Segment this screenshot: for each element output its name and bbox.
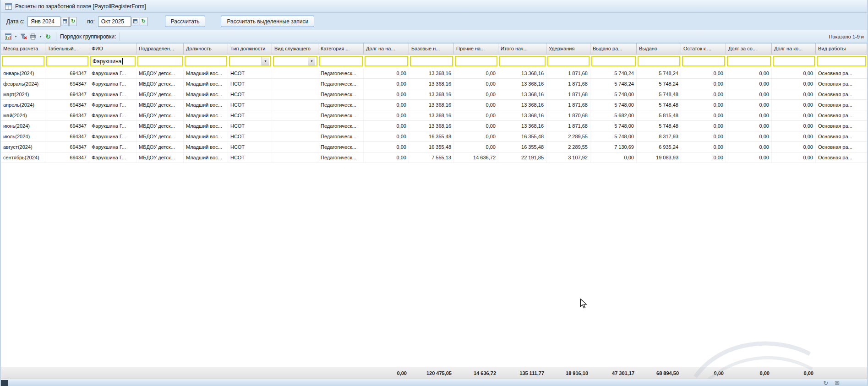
cell[interactable]: 5 748,48 [637,100,681,110]
cell[interactable]: 694347 [45,110,89,120]
cell[interactable]: 1 870,68 [546,110,590,120]
cell[interactable]: Основная ра... [816,79,867,89]
table-row[interactable]: апрель(2024)694347Фарукшина Г...МБДОУ де… [1,100,867,110]
cell[interactable]: 1 871,68 [546,68,590,78]
cell[interactable]: Основная ра... [816,142,867,152]
cell[interactable]: 0,00 [681,121,726,131]
cell[interactable]: 13 368,16 [409,68,454,78]
date-to-refresh-button[interactable]: ↻ [140,17,147,26]
cell[interactable]: 16 355,48 [498,131,546,141]
column-header-6[interactable]: Вид служащего [272,43,318,54]
cell[interactable]: 0,00 [364,121,409,131]
filter-input-7[interactable] [319,56,363,66]
cell[interactable]: 0,00 [681,89,726,99]
combo-dropdown-button[interactable]: ▾ [262,57,269,65]
cell[interactable]: 5 748,24 [637,79,681,89]
cell[interactable]: 1 871,68 [546,121,590,131]
cell[interactable]: Педагогическ... [318,100,364,110]
cell[interactable]: Основная ра... [816,121,867,131]
cell[interactable]: 0,00 [364,100,409,110]
filter-input-4[interactable] [185,56,227,66]
cell[interactable]: июнь(2024) [1,121,45,131]
cell[interactable]: Педагогическ... [318,131,364,141]
cell[interactable]: 5 748,24 [590,68,637,78]
export-dropdown-arrow[interactable]: ▾ [14,34,18,38]
cell[interactable]: 0,00 [772,110,816,120]
cell[interactable]: 0,00 [772,100,816,110]
filter-combo-5[interactable]: ▾ [229,56,271,66]
cell[interactable]: МБДОУ детск... [136,152,184,163]
cell[interactable] [272,110,318,120]
cell[interactable]: 694347 [45,100,89,110]
column-header-4[interactable]: Должность [184,43,228,54]
cell[interactable]: Педагогическ... [318,121,364,131]
cell[interactable]: Педагогическ... [318,142,364,152]
filter-input-12[interactable] [547,56,590,66]
cell[interactable]: август(2024) [1,142,45,152]
cell[interactable]: сентябрь(2024) [1,152,45,163]
combo-dropdown-button[interactable]: ▾ [308,57,315,65]
cell[interactable]: 694347 [45,79,89,89]
cell[interactable]: МБДОУ детск... [136,79,184,89]
cell[interactable]: 7 130,69 [590,142,637,152]
cell[interactable]: 13 368,16 [498,121,546,131]
cell[interactable]: 0,00 [772,79,816,89]
filter-input-2[interactable]: Фарукшина [90,56,136,66]
cell[interactable]: 0,00 [772,131,816,141]
cell[interactable]: 0,00 [726,131,772,141]
cell[interactable]: 0,00 [454,68,498,78]
date-from-calendar-button[interactable] [61,17,69,26]
tray-icon-2[interactable]: ✉ [835,380,840,386]
cell[interactable]: 0,00 [590,152,637,163]
cell[interactable]: 694347 [45,142,89,152]
cell[interactable]: Младший вос... [184,131,228,141]
cell[interactable]: 0,00 [772,142,816,152]
cell[interactable]: 694347 [45,131,89,141]
table-row[interactable]: май(2024)694347Фарукшина Г...МБДОУ детск… [1,110,867,121]
cell[interactable]: 13 368,16 [409,89,454,99]
cell[interactable]: Фарукшина Г... [89,142,136,152]
cell[interactable]: Педагогическ... [318,68,364,78]
cell[interactable]: 0,00 [364,89,409,99]
cell[interactable]: 0,00 [454,142,498,152]
column-header-17[interactable]: Долг на ко... [772,43,816,54]
column-header-9[interactable]: Базовые н... [409,43,454,54]
cell[interactable]: 14 636,72 [454,152,498,163]
cell[interactable]: 0,00 [726,89,772,99]
filter-input-9[interactable] [410,56,453,66]
cell[interactable]: 694347 [45,68,89,78]
cell[interactable]: НСОТ [228,89,272,99]
filter-input-10[interactable] [455,56,497,66]
cell[interactable]: 16 355,48 [409,142,454,152]
cell[interactable]: 0,00 [454,131,498,141]
column-header-8[interactable]: Долг на на... [364,43,409,54]
cell[interactable] [272,131,318,141]
export-button[interactable] [4,33,12,41]
cell[interactable]: НСОТ [228,142,272,152]
cell[interactable]: Основная ра... [816,152,867,163]
table-row[interactable]: июль(2024)694347Фарукшина Г...МБДОУ детс… [1,131,867,142]
cell[interactable]: Основная ра... [816,100,867,110]
cell[interactable]: 0,00 [454,110,498,120]
table-row[interactable]: февраль(2024)694347Фарукшина Г...МБДОУ д… [1,79,867,89]
cell[interactable]: 0,00 [454,100,498,110]
cell[interactable]: 5 815,48 [637,110,681,120]
cell[interactable]: 0,00 [772,121,816,131]
cell[interactable] [272,100,318,110]
cell[interactable]: Педагогическ... [318,152,364,163]
cell[interactable]: НСОТ [228,100,272,110]
column-header-14[interactable]: Выдано [637,43,681,54]
table-row[interactable]: август(2024)694347Фарукшина Г...МБДОУ де… [1,142,867,152]
cell[interactable]: 0,00 [364,68,409,78]
cell[interactable]: 13 368,16 [498,100,546,110]
filter-input-0[interactable] [2,56,44,66]
cell[interactable]: Младший вос... [184,110,228,120]
cell[interactable] [272,121,318,131]
cell[interactable]: НСОТ [228,68,272,78]
cell[interactable]: 694347 [45,152,89,163]
cell[interactable]: 13 368,16 [409,79,454,89]
clear-filter-button[interactable] [19,33,27,41]
cell[interactable]: НСОТ [228,152,272,163]
start-button-stub[interactable] [1,380,8,386]
cell[interactable]: 0,00 [726,100,772,110]
